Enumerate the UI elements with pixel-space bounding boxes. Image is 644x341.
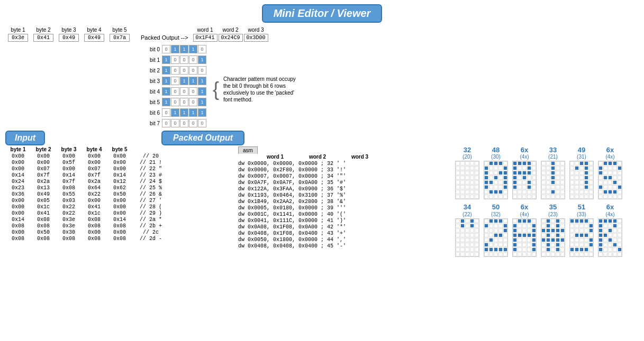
pixel-b11-r2-c3: [613, 228, 617, 233]
pixel-b11-r3-c2: [608, 233, 612, 237]
pixel-b1-r4-c4: [503, 180, 507, 185]
char-block-4: 49(31): [569, 146, 594, 199]
input-label: Input: [5, 131, 45, 145]
pixel-b0-r1-c1: [460, 166, 465, 170]
pixel-b9-r7-c4: [560, 252, 565, 256]
packed-row-10: dw 0x0A08, 0x1F08, 0x0A00 ; 42 '*': [238, 224, 450, 230]
pixel-b8-r6-c3: [527, 247, 531, 252]
pixel-b2-r1-c0: [513, 166, 517, 170]
input-cell-r11-c5: // 2b +: [132, 223, 169, 229]
pixel-b6-r7-c3: [470, 252, 474, 256]
pixel-b8-r1-c1: [518, 224, 522, 228]
bit-label-0: bit 0: [143, 47, 160, 52]
pixel-b11-r7-c2: [608, 252, 612, 256]
pixel-b3-r4-c3: [556, 180, 560, 185]
pixel-b8-r7-c4: [532, 252, 536, 256]
pixel-b11-r3-c3: [613, 233, 617, 237]
pixel-b0-r3-c3: [470, 176, 474, 180]
input-row-8: 0x000x1c0x220x410x00// 28 (: [5, 204, 233, 210]
input-cell-r13-c2: 0x08: [56, 236, 81, 242]
pixel-b0-r7-c3: [470, 195, 474, 199]
pixel-b4-r2-c0: [570, 171, 574, 175]
bit-cell-r6-c3: 1: [189, 108, 197, 117]
char-number-3: 33: [549, 146, 557, 154]
byte-value-1: 0x41: [33, 34, 53, 42]
pixel-b3-r0-c2: [551, 161, 555, 165]
pixel-b5-r7-c4: [618, 195, 622, 199]
pixel-b4-r3-c1: [575, 176, 579, 180]
pixel-b5-r4-c4: [618, 180, 622, 185]
pixel-b2-r3-c0: [513, 176, 517, 180]
pixel-b2-r4-c0: [513, 180, 517, 185]
bit-label-1: bit 1: [143, 57, 160, 63]
pixel-b3-r2-c2: [551, 171, 555, 175]
pixel-b0-r7-c4: [475, 195, 479, 199]
pixel-b1-r3-c2: [494, 176, 498, 180]
pixel-b7-r2-c2: [494, 228, 498, 233]
pixel-b7-r2-c3: [498, 228, 503, 233]
pixel-b6-r5-c2: [465, 243, 469, 247]
pixel-b2-r5-c3: [527, 185, 531, 189]
pixel-b0-r4-c3: [470, 180, 474, 185]
char-block-11: 6x(4x): [598, 204, 622, 256]
input-cell-r12-c5: // 2c: [132, 229, 169, 235]
bit-row-6: bit 601111: [143, 108, 206, 117]
input-cell-r11-c2: 0x3e: [56, 223, 81, 229]
top-byte-col-1: byte 2 0x41: [31, 27, 56, 42]
char-number-2: 6x: [521, 146, 528, 154]
char-block-8: 6x(4x): [512, 204, 537, 256]
pixel-b7-r1-c3: [498, 224, 503, 228]
pixel-b11-r7-c0: [598, 252, 603, 256]
bit-cell-r6-c4: 1: [198, 108, 206, 117]
pixel-b3-r0-c3: [556, 161, 560, 165]
char-pixel-grid-11: [598, 218, 622, 257]
pixel-b8-r0-c4: [532, 219, 536, 223]
pixel-b6-r4-c4: [475, 238, 479, 242]
app-title: Mini Editor / Viewer: [262, 4, 383, 23]
input-cell-r1-c4: 0x00: [107, 160, 132, 165]
pixel-b8-r7-c1: [518, 252, 522, 256]
input-cell-r10-c4: 0x14: [107, 217, 132, 223]
pixel-b0-r2-c2: [465, 171, 469, 175]
bit-label-2: bit 2: [143, 68, 160, 73]
pixel-b4-r5-c1: [575, 185, 579, 189]
pixel-b11-r1-c2: [608, 224, 612, 228]
pixel-b2-r7-c4: [532, 195, 536, 199]
bit-cell-r2-c0: 1: [162, 66, 170, 75]
pixel-b0-r2-c3: [470, 171, 474, 175]
pixel-b4-r0-c1: [575, 161, 579, 165]
input-cell-r7-c4: 0x00: [107, 198, 132, 204]
top-word-col-1: word 2 0x24C9: [218, 27, 243, 42]
char-pixel-grid-4: [569, 161, 594, 199]
pixel-b7-r6-c1: [489, 247, 493, 252]
pixel-b1-r5-c4: [503, 185, 507, 189]
input-row-1: 0x000x000x5f0x000x00// 21 !: [5, 160, 233, 165]
bit-cell-r5-c2: 0: [180, 98, 188, 106]
pixel-b3-r2-c1: [546, 171, 550, 175]
pixel-b5-r0-c0: [598, 161, 603, 165]
top-byte-col-4: byte 5 0x7a: [107, 27, 132, 42]
bit-cell-r5-c3: 0: [189, 98, 197, 106]
pixel-b0-r5-c3: [470, 185, 474, 189]
pixel-b10-r7-c3: [584, 252, 588, 256]
input-cell-r3-c1: 0x7f: [31, 172, 56, 178]
pixel-b4-r1-c4: [589, 166, 593, 170]
asm-tab[interactable]: asm: [238, 146, 258, 154]
pixel-b2-r6-c4: [532, 190, 536, 194]
pixel-b3-r2-c4: [560, 171, 565, 175]
input-cell-r7-c1: 0x05: [31, 198, 56, 204]
char-pixel-grid-2: [512, 161, 537, 199]
pixel-b9-r4-c4: [560, 238, 565, 242]
char-block-5: 6x(4x): [598, 146, 622, 199]
bit-cell-r0-c1: 1: [171, 45, 179, 53]
pixel-b1-r0-c0: [484, 161, 488, 165]
pixel-b9-r5-c3: [556, 243, 560, 247]
pixel-b8-r3-c2: [522, 233, 527, 237]
annotation-area: { Character pattern must occupy the bit …: [213, 50, 298, 128]
packed-row-7: dw 0x0005, 0x0180, 0x0000 ; 39 ''': [238, 205, 450, 211]
pixel-b3-r0-c1: [546, 161, 550, 165]
input-cell-r10-c3: 0x08: [81, 217, 107, 223]
input-cell-r5-c5: // 25 %: [132, 185, 169, 191]
pixel-b11-r5-c0: [598, 243, 603, 247]
packed-row-12: dw 0x0050, 0x1800, 0x0000 ; 44 ',': [238, 237, 450, 243]
